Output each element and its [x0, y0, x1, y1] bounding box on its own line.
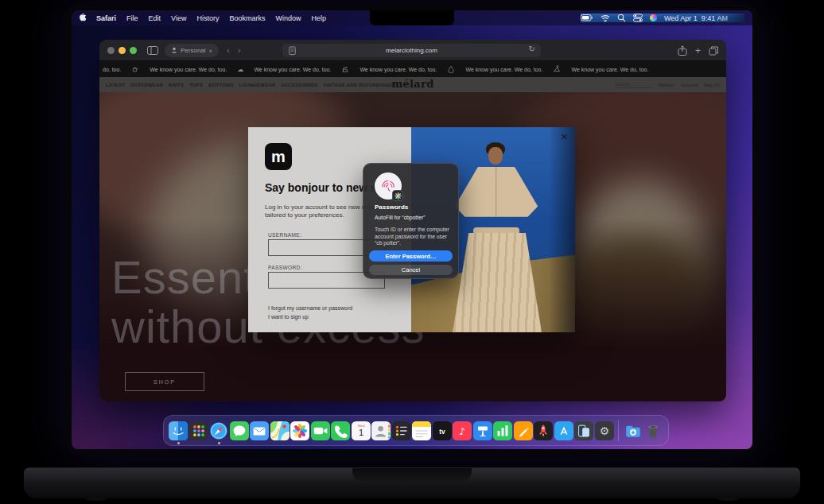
dock-icon-mail[interactable] [250, 421, 269, 440]
new-tab-icon[interactable]: + [695, 47, 701, 55]
site-logo[interactable]: mélard [391, 78, 433, 90]
menu-clock[interactable]: Wed Apr 19:41 AM [664, 14, 728, 22]
dock-icon-reminders[interactable] [392, 421, 411, 440]
nav-latest[interactable]: LATEST [106, 83, 125, 87]
site-banner: do, too. We know you care. We do, too. ☁… [99, 61, 726, 77]
menu-item-view[interactable]: View [171, 14, 186, 22]
svg-text:♪: ♪ [459, 426, 465, 437]
dock-icon-app-store[interactable] [554, 421, 573, 440]
nav-outerwear[interactable]: OUTERWEAR [130, 83, 163, 87]
menu-item-window[interactable]: Window [275, 14, 301, 22]
dock-icon-safari[interactable] [209, 421, 228, 440]
menu-item-help[interactable]: Help [311, 14, 326, 22]
safari-toolbar: Personal ∨ ‹ › melarclothing.com ↻ + [99, 40, 726, 61]
dock-icon-music[interactable]: ♪ [453, 421, 472, 440]
shop-button[interactable]: SHOP [125, 372, 204, 391]
dock-icon-keynote[interactable] [473, 421, 492, 440]
zoom-window-button[interactable] [130, 47, 137, 54]
dialog-autofill-text: AutoFill for “cbpotter” [375, 215, 425, 220]
dock-icon-pages[interactable] [514, 421, 533, 440]
menu-item-file[interactable]: File [126, 14, 138, 22]
banner-text: We know you care. We do, too. [150, 67, 227, 72]
dock-icon-messages[interactable] [230, 421, 249, 440]
lid-scoop [352, 468, 472, 482]
dock-icon-contacts[interactable] [371, 421, 391, 440]
signup-link[interactable]: I want to sign up [268, 314, 309, 320]
menu-item-edit[interactable]: Edit [149, 14, 161, 22]
photo-model [473, 227, 519, 235]
dock-icon-maps[interactable] [270, 421, 290, 440]
battery-icon[interactable] [581, 14, 593, 22]
nav-tops[interactable]: TOPS [189, 83, 203, 87]
menu-time: 9:41 AM [702, 14, 728, 22]
dock-icon-iphone-mirroring[interactable] [574, 421, 593, 440]
site-header: LATEST OUTERWEAR KNITS TOPS BOTTOMS LOUN… [99, 77, 726, 92]
tab-overview-icon[interactable] [709, 46, 718, 56]
dock-icon-trash[interactable] [643, 421, 663, 440]
svg-text:1: 1 [358, 428, 363, 437]
site-link-bag[interactable]: Bag (0) [704, 83, 720, 87]
nav-loungewear[interactable]: LOUNGEWEAR [239, 83, 275, 87]
cancel-button[interactable]: Cancel [369, 265, 453, 275]
menu-item-bookmarks[interactable]: Bookmarks [229, 14, 265, 22]
apple-icon [80, 13, 87, 21]
site-link-account[interactable]: Account [681, 83, 698, 87]
dock-icon-photos[interactable] [290, 421, 309, 440]
banner-text: We know you care. We do, too. [571, 67, 648, 72]
close-window-button[interactable] [107, 47, 115, 54]
watering-can-icon [131, 65, 139, 73]
password-label: PASSWORD: [268, 265, 302, 270]
dock-icon-system-settings[interactable]: ⚙ [595, 421, 614, 440]
dock-icon-facetime[interactable] [311, 421, 330, 440]
forward-button[interactable]: › [238, 45, 241, 55]
dock-icon-phone[interactable] [331, 421, 350, 440]
photo-model [486, 142, 505, 156]
passwords-dialog: Passwords AutoFill for “cbpotter” Touch … [363, 163, 459, 279]
share-icon[interactable] [678, 45, 687, 56]
dock-icon-rocket[interactable] [534, 421, 553, 440]
photo-model [453, 233, 542, 332]
enter-password-button[interactable]: Enter Password… [369, 250, 453, 262]
profile-switcher[interactable]: Personal ∨ [165, 44, 219, 57]
dock-icon-numbers[interactable] [493, 421, 512, 440]
person-icon [171, 47, 177, 53]
reload-icon[interactable]: ↻ [529, 45, 535, 53]
nav-bottoms[interactable]: BOTTOMS [208, 83, 233, 87]
page-menu-icon[interactable] [288, 46, 297, 56]
sewing-machine-icon [341, 65, 349, 73]
water-drop-icon [447, 65, 455, 73]
site-search-field[interactable]: Search [615, 82, 651, 88]
close-icon[interactable]: ✕ [561, 132, 568, 142]
search-icon[interactable] [617, 14, 626, 22]
dialog-title: Passwords [375, 204, 408, 211]
passwords-app-icon [392, 190, 403, 201]
nav-accessories[interactable]: ACCESSORIES [281, 83, 317, 87]
minimize-window-button[interactable] [119, 47, 126, 54]
banner-text: We know you care. We do, too. [465, 67, 542, 72]
site-nav: LATEST OUTERWEAR KNITS TOPS BOTTOMS LOUN… [106, 83, 395, 87]
nav-vintage[interactable]: VINTAGE AND REFURBISHED [323, 83, 395, 87]
banner-text: do, too. [103, 67, 121, 72]
dock-icon-launchpad[interactable] [189, 421, 208, 440]
nav-knits[interactable]: KNITS [169, 83, 184, 87]
dock-icon-notes[interactable] [412, 421, 431, 440]
apple-menu[interactable] [80, 13, 87, 23]
dock-icon-finder[interactable] [169, 421, 188, 440]
wifi-icon[interactable] [601, 14, 610, 22]
siri-icon[interactable] [650, 14, 657, 21]
forgot-password-link[interactable]: I forgot my username or password [268, 305, 352, 311]
back-button[interactable]: ‹ [227, 45, 230, 55]
menu-item-history[interactable]: History [196, 14, 219, 22]
dock-icon-calendar[interactable]: Wed1 [352, 421, 371, 440]
profile-name: Personal [181, 47, 206, 54]
sidebar-toggle-icon[interactable] [147, 46, 158, 55]
macbook-base [24, 467, 800, 498]
site-link-mission[interactable]: Mission [658, 83, 674, 87]
menu-item-safari[interactable]: Safari [96, 14, 116, 22]
svg-text:⚙: ⚙ [599, 425, 608, 437]
dock-icon-downloads[interactable] [624, 421, 643, 440]
address-bar[interactable]: melarclothing.com ↻ [282, 44, 541, 57]
desktop: Safari File Edit View History Bookmarks … [72, 10, 752, 449]
dock-icon-tv[interactable]: tv [433, 421, 452, 440]
control-center-icon[interactable] [633, 14, 643, 22]
